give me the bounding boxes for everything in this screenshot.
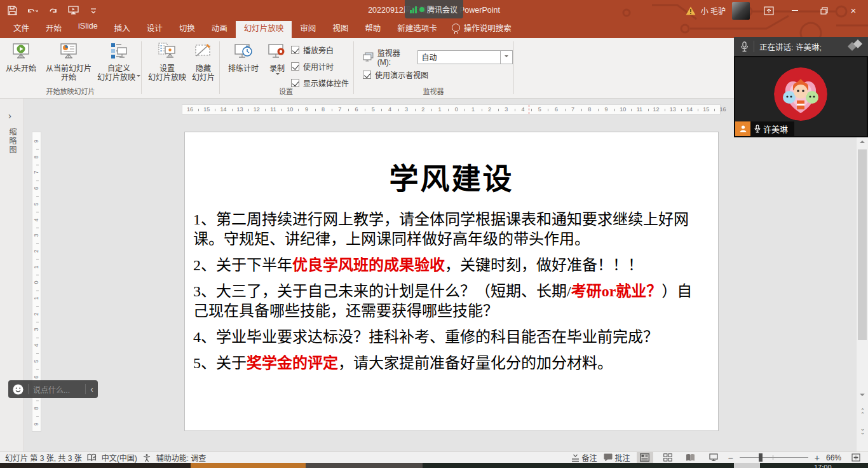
slide-canvas[interactable]: 学风建设 1、第二周持续进行网上教学，请全体同学根据课表和通知要求继续上好网课。… [184,132,719,431]
minimize-button[interactable] [780,0,810,21]
from-current-slide-button[interactable]: 从当前幻灯片 开始 [39,40,98,82]
view-slideshow-button[interactable] [705,452,722,463]
ruler-tick [36,181,39,181]
scrollbar-thumb[interactable] [858,149,867,340]
customize-qat-button[interactable] [88,5,99,17]
zoom-in-button[interactable]: + [815,453,820,463]
close-button[interactable]: × [839,0,868,21]
from-beginning-button[interactable]: 从头开始 [3,40,39,73]
slide-text-highlight-red: 优良学风班的成果验收 [292,257,445,273]
language-indicator[interactable]: 中文(中国) [102,452,137,463]
checkbox-label: 使用计时 [303,61,334,72]
ruler-number: 14 [686,106,693,113]
previous-slide-button[interactable]: ⌃⌃ [858,409,866,416]
signal-bars-icon [410,6,417,13]
meeting-pill-label: 腾讯会议 [427,4,458,15]
chat-input-placeholder[interactable]: 说点什么... [33,384,81,395]
windows-taskbar-sliver: 17:00 [0,463,868,468]
meeting-top-bar: 正在讲话: 许美琳; [734,37,868,56]
chat-collapse-icon[interactable]: ‹ [90,384,93,394]
monitors-icon [363,52,374,62]
comments-toggle[interactable]: 批注 [604,452,630,463]
view-reading-button[interactable] [682,452,699,463]
undo-button[interactable] [27,5,38,17]
slide-counter[interactable]: 幻灯片 第 3 张, 共 3 张 [5,452,82,463]
expand-panel-arrow-icon[interactable]: › [8,110,11,121]
account-avatar[interactable] [732,2,750,20]
slide-text: 2、关于下半年 [193,257,292,273]
ruler-tick [298,109,299,111]
slide-text: ，请大家提前准备好量化分的加分材料。 [338,355,613,371]
slide-paragraph-5: 5、关于奖学金的评定，请大家提前准备好量化分的加分材料。 [193,354,705,373]
slide-body[interactable]: 1、第二周持续进行网上教学，请全体同学根据课表和通知要求继续上好网课。守规矩、讲… [193,210,705,380]
from-current-label-1: 从当前幻灯片 [46,64,92,73]
participant-video-tile[interactable]: 许美琳 [734,56,868,137]
checkbox-checked-icon [291,46,299,54]
ruler-tick [248,109,249,111]
ruler-number: 3 [505,106,508,113]
zoom-slider-track [740,457,808,458]
monitor-dropdown[interactable]: 自动 [417,50,513,64]
status-bar-left: 幻灯片 第 3 张, 共 3 张 中文(中国) 辅助功能: 调查 [0,452,206,463]
zoom-out-button[interactable]: − [728,453,733,463]
setup-slideshow-button[interactable]: 设置 幻灯片放映 [147,40,187,82]
zoom-level[interactable]: 66% [826,453,841,462]
participant-name: 许美琳 [750,121,794,136]
taskbar-app-segment[interactable] [306,463,423,468]
fit-to-window-button[interactable] [848,452,864,463]
presenter-view-checkbox[interactable]: 使用演示者视图 [363,69,428,80]
ruler-tick [348,109,349,111]
accessibility-icon[interactable] [142,453,151,462]
restore-button[interactable] [810,0,839,21]
ruler-number: 15 [703,106,709,113]
taskbar-active-app-segment[interactable] [191,463,306,468]
save-icon[interactable] [6,5,18,17]
view-normal-button[interactable] [637,452,653,463]
tencent-meeting-overlay[interactable]: 正在讲话: 许美琳; [734,37,868,137]
warning-icon[interactable] [686,6,696,15]
slide-title[interactable]: 学风建设 [185,155,718,197]
zoom-slider-thumb[interactable] [759,453,763,462]
ruler-number: 8 [588,106,591,113]
playback-checkbox-1[interactable]: 播放旁白 [291,45,349,55]
spell-check-icon[interactable] [87,453,97,462]
start-slideshow-button[interactable] [67,5,79,17]
ruler-cursor-marker [529,105,529,114]
ruler-tick [281,109,282,111]
playback-checkbox-2[interactable]: 使用计时 [291,61,349,72]
record-slideshow-button[interactable]: 录制 [264,40,290,77]
thumbnail-panel-collapsed[interactable]: › 缩略图 [0,99,24,451]
emoji-smiley-icon[interactable] [13,384,24,395]
ruler-tick [36,401,39,401]
redo-button[interactable] [47,5,58,17]
view-slide-sorter-button[interactable] [660,452,676,463]
next-slide-button[interactable]: ⌄⌄ [858,427,866,434]
taskbar-clock: 17:00 [814,464,832,468]
meeting-chat-pill[interactable]: 说点什么... ‹ [8,380,98,398]
monitor-dropdown-arrow[interactable] [500,51,512,64]
horizontal-ruler[interactable]: 1615141312111098765432101234567891011121… [182,104,721,114]
tencent-meeting-pill[interactable]: 腾讯会议 [405,0,463,18]
hide-slide-label-1: 隐藏 [196,64,211,73]
hide-slide-icon [193,40,214,63]
zoom-slider[interactable] [740,452,808,463]
rehearse-timings-button[interactable]: 排练计时 [224,40,263,73]
ruler-tick [431,109,432,111]
account-user-name[interactable]: 小 毛驴 [701,5,726,16]
slide-text: 1、第二周持续进行网上教学，请全体同学根据课表和通知要求继续上好网课。守规矩、讲… [193,211,689,247]
notes-toggle[interactable]: 备注 [571,452,597,463]
ruler-number: 12 [653,106,660,113]
slide-text: ，关键时刻，做好准备！！！ [445,257,643,273]
scroll-up-arrow[interactable] [860,141,865,143]
custom-slideshow-button[interactable]: 自定义 幻灯片放映 [97,40,141,82]
hide-slide-button[interactable]: 隐藏 幻灯片 [189,40,217,82]
ribbon-display-options-button[interactable] [764,6,774,15]
accessibility-status[interactable]: 辅助功能: 调查 [156,452,207,463]
ruler-number: 8 [33,406,39,410]
dropdown-caret [137,75,140,79]
ruler-tick [665,109,665,111]
scroll-down-arrow[interactable] [860,394,865,396]
ruler-number: 9 [33,139,39,142]
vertical-scrollbar[interactable]: ⌃⌃ ⌄⌄ [856,99,868,451]
record-label: 录制 [269,64,285,73]
